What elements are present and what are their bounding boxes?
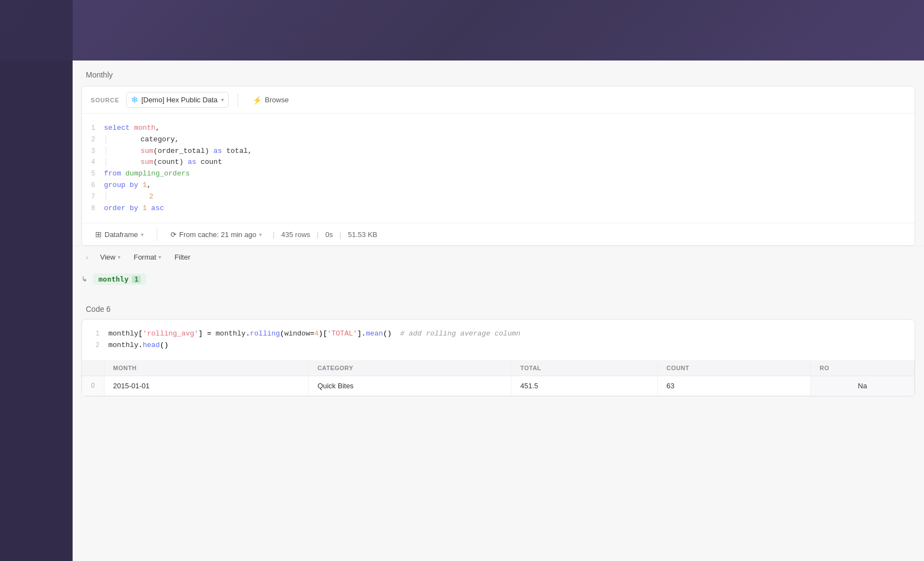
table-header-row: MONTH CATEGORY TOTAL COUNT ro bbox=[82, 360, 915, 376]
code-line-3: 3 │ sum(order_total) as total, bbox=[82, 146, 910, 157]
status-divider bbox=[157, 228, 157, 241]
section-heading: Monthly bbox=[73, 61, 924, 86]
cache-chevron-icon: ▾ bbox=[259, 232, 262, 238]
code-line-8: 8 order by 1 asc bbox=[82, 203, 910, 215]
line-content-7: │ 2 bbox=[104, 191, 910, 203]
col-category: CATEGORY bbox=[309, 360, 512, 376]
table-header: MONTH CATEGORY TOTAL COUNT ro bbox=[82, 360, 915, 376]
cell-status-bar: ⊞ Dataframe ▾ ⟳ From cache: 21 min ago ▾… bbox=[82, 223, 915, 245]
line-content-1: select month, bbox=[104, 123, 910, 134]
sep-2: | bbox=[317, 230, 318, 239]
code6-heading: Code 6 bbox=[73, 299, 924, 319]
output-row: ↳ monthly 1 bbox=[73, 268, 924, 290]
line-content-8: order by 1 asc bbox=[104, 203, 910, 215]
line-content-6: group by 1, bbox=[104, 180, 910, 191]
source-label: SOURCE bbox=[91, 97, 119, 103]
sql-code-editor[interactable]: 1 select month, 2 │ category, 3 │ sum(or… bbox=[82, 114, 915, 223]
cell-extra: Na bbox=[811, 376, 915, 395]
table-row: 0 2015-01-01 Quick Bites 451.5 63 Na bbox=[82, 376, 915, 395]
output-var-name: monthly bbox=[98, 275, 129, 283]
line-num-1: 1 bbox=[82, 123, 104, 134]
col-count: COUNT bbox=[657, 360, 811, 376]
chevron-down-icon: ▾ bbox=[221, 97, 224, 103]
side-panel bbox=[0, 0, 73, 561]
cache-button[interactable]: ⟳ From cache: 21 min ago ▾ bbox=[166, 229, 266, 240]
filter-button[interactable]: Filter bbox=[169, 251, 196, 263]
source-bar: SOURCE ❄ [Demo] Hex Public Data ▾ ⚡ Brow… bbox=[82, 86, 915, 114]
size-label: 51.53 KB bbox=[348, 230, 378, 239]
view-label: View bbox=[100, 253, 116, 261]
code-line-4: 4 │ sum(count) as count bbox=[82, 157, 910, 168]
toolbar-row: › View ▾ Format ▾ Filter bbox=[73, 246, 924, 268]
line-num-5: 5 bbox=[82, 169, 104, 179]
col-total: TOTAL bbox=[511, 360, 657, 376]
format-label: Format bbox=[134, 253, 156, 261]
code6-cell: 1 monthly['rolling_avg'] = monthly.rolli… bbox=[81, 319, 915, 397]
data-table-container: MONTH CATEGORY TOTAL COUNT ro 0 2015-01-… bbox=[82, 360, 915, 396]
code6-lnum-1: 1 bbox=[86, 329, 108, 339]
time-label: 0s bbox=[325, 230, 333, 239]
browse-button[interactable]: ⚡ Browse bbox=[247, 94, 294, 107]
cache-icon: ⟳ bbox=[170, 230, 177, 239]
dataframe-button[interactable]: ⊞ Dataframe ▾ bbox=[91, 228, 148, 240]
browse-icon: ⚡ bbox=[252, 96, 262, 105]
code6-content-2: monthly.head() bbox=[108, 340, 910, 351]
code6-editor[interactable]: 1 monthly['rolling_avg'] = monthly.rolli… bbox=[82, 320, 915, 360]
line-num-7: 7 bbox=[82, 192, 104, 202]
line-num-6: 6 bbox=[82, 180, 104, 191]
col-index bbox=[82, 360, 104, 376]
code-line-2: 2 │ category, bbox=[82, 134, 910, 146]
browse-label: Browse bbox=[265, 96, 289, 104]
line-num-8: 8 bbox=[82, 204, 104, 214]
output-tag[interactable]: monthly 1 bbox=[93, 273, 146, 285]
code6-lnum-2: 2 bbox=[86, 340, 108, 351]
view-button[interactable]: View ▾ bbox=[95, 251, 126, 263]
format-chevron-icon: ▾ bbox=[158, 254, 161, 260]
view-chevron-icon: ▾ bbox=[118, 254, 120, 260]
sep-3: | bbox=[339, 230, 341, 239]
line-content-4: │ sum(count) as count bbox=[104, 157, 910, 168]
cell-category: Quick Bites bbox=[309, 376, 512, 395]
output-count: 1 bbox=[132, 276, 141, 283]
hex-icon: ❄ bbox=[131, 95, 138, 105]
dataframe-icon: ⊞ bbox=[95, 230, 102, 239]
table-body: 0 2015-01-01 Quick Bites 451.5 63 Na bbox=[82, 376, 915, 395]
cache-label: From cache: 21 min ago bbox=[179, 230, 256, 239]
sep-1: | bbox=[273, 230, 274, 239]
data-table: MONTH CATEGORY TOTAL COUNT ro 0 2015-01-… bbox=[82, 360, 915, 396]
line-content-5: from dumpling_orders bbox=[104, 168, 910, 180]
code-line-6: 6 group by 1, bbox=[82, 180, 910, 191]
cell-month: 2015-01-01 bbox=[104, 376, 309, 395]
rows-label: 435 rows bbox=[281, 230, 310, 239]
code-line-5: 5 from dumpling_orders bbox=[82, 168, 910, 180]
filter-label: Filter bbox=[174, 253, 190, 261]
section-title: Monthly bbox=[86, 70, 113, 79]
output-type-label: Dataframe bbox=[105, 230, 138, 239]
line-num-3: 3 bbox=[82, 146, 104, 157]
background-top bbox=[0, 0, 924, 61]
row-index: 0 bbox=[82, 376, 104, 395]
cell-count: 63 bbox=[657, 376, 811, 395]
arrow-icon: ↳ bbox=[81, 275, 87, 283]
cell-total: 451.5 bbox=[511, 376, 657, 395]
source-selector[interactable]: ❄ [Demo] Hex Public Data ▾ bbox=[126, 92, 229, 108]
code-line-7: 7 │ 2 bbox=[82, 191, 910, 203]
format-button[interactable]: Format ▾ bbox=[128, 251, 167, 263]
vertical-divider bbox=[238, 94, 238, 107]
expand-icon[interactable]: › bbox=[81, 252, 92, 263]
code6-line-1: 1 monthly['rolling_avg'] = monthly.rolli… bbox=[86, 328, 910, 340]
code-line-1: 1 select month, bbox=[82, 123, 910, 134]
main-content: Monthly SOURCE ❄ [Demo] Hex Public Data … bbox=[73, 61, 924, 561]
line-num-2: 2 bbox=[82, 135, 104, 145]
code6-title: Code 6 bbox=[86, 305, 111, 314]
line-num-4: 4 bbox=[82, 157, 104, 168]
line-content-3: │ sum(order_total) as total, bbox=[104, 146, 910, 157]
chevron-down-icon: ▾ bbox=[141, 232, 144, 238]
source-name: [Demo] Hex Public Data bbox=[141, 96, 218, 104]
line-content-2: │ category, bbox=[104, 134, 910, 146]
code6-section: Code 6 1 monthly['rolling_avg'] = monthl… bbox=[73, 299, 924, 397]
col-month: MONTH bbox=[104, 360, 309, 376]
code6-line-2: 2 monthly.head() bbox=[86, 340, 910, 351]
sql-cell-block: SOURCE ❄ [Demo] Hex Public Data ▾ ⚡ Brow… bbox=[81, 86, 915, 246]
col-extra: ro bbox=[811, 360, 915, 376]
